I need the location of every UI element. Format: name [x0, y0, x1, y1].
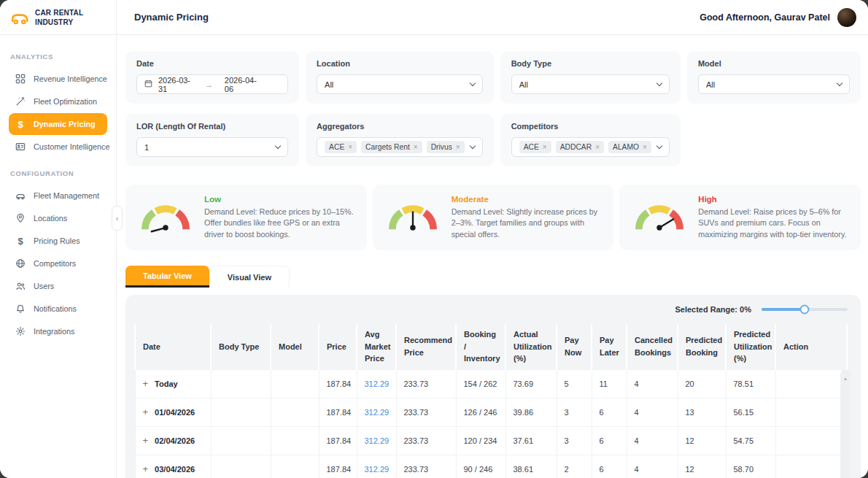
filter-label: Model — [698, 59, 850, 68]
chevron-down-icon — [275, 143, 281, 149]
column-header-pay_later: Pay Later — [592, 324, 627, 369]
sidebar-item-integrations[interactable]: Integrations — [9, 320, 107, 342]
scroll-up-icon[interactable]: ▲ — [843, 376, 848, 381]
filter-aggregators: Aggregators ACE× Cargets Rent× Drivus× — [306, 114, 494, 166]
range-slider[interactable] — [762, 308, 848, 311]
aggregators-multiselect[interactable]: ACE× Cargets Rent× Drivus× — [317, 137, 483, 157]
table-row: +02/04/2026187.84312.29233.73120 / 23437… — [135, 426, 847, 455]
cell-model — [271, 398, 319, 426]
chip-competitor[interactable]: ACE× — [519, 141, 551, 153]
cell-action — [775, 398, 847, 426]
cell-action — [775, 455, 847, 478]
lor-select[interactable]: 1 — [136, 137, 288, 157]
filter-label: Location — [317, 59, 483, 68]
cell-predicted_booking: 12 — [678, 426, 726, 455]
cell-booking_inventory: 120 / 234 — [456, 426, 505, 455]
sidebar-item-notifications[interactable]: Notifications — [9, 298, 107, 320]
location-select[interactable]: All — [317, 74, 483, 94]
chevron-down-icon — [469, 80, 475, 86]
cell-body_type — [211, 426, 271, 455]
cell-predicted_utilization: 78.51 — [726, 369, 775, 398]
row-date-label: 01/04/2026 — [155, 408, 195, 417]
filter-body-type: Body Type All — [500, 51, 681, 104]
filters: Date 2026-03-31 → 2026-04-06 Location Al… — [125, 51, 861, 166]
body-type-select[interactable]: All — [511, 74, 670, 94]
cell-predicted_booking: 13 — [678, 398, 726, 426]
cell-actual_utilization: 39.86 — [505, 398, 557, 426]
chip-aggregator[interactable]: ACE× — [325, 141, 357, 153]
demand-level-title: Moderate — [452, 195, 601, 204]
chip-competitor[interactable]: ALAMO× — [608, 141, 651, 153]
expand-row-button[interactable]: + — [143, 378, 149, 389]
sidebar-item-revenue-intelligence[interactable]: Revenue Intelligence — [9, 68, 107, 90]
sidebar-item-fleet-optimization[interactable]: Fleet Optimization — [9, 90, 107, 112]
sidebar-item-customer-intelligence[interactable]: Customer Intelligence — [9, 136, 107, 158]
table-scrollbar[interactable]: ▲ — [840, 369, 850, 478]
filter-date: Date 2026-03-31 → 2026-04-06 — [125, 51, 299, 104]
gear-icon — [15, 325, 26, 337]
car-icon — [15, 190, 26, 201]
cell-avg_market_price[interactable]: 312.29 — [357, 455, 396, 478]
cell-price: 187.84 — [319, 426, 357, 455]
remove-chip-icon[interactable]: × — [643, 143, 647, 151]
sidebar-collapse-button[interactable]: ‹ — [112, 206, 123, 231]
cell-avg_market_price[interactable]: 312.29 — [357, 426, 396, 455]
pricing-table-panel: Selected Range: 0% DateBody TypeModelPri… — [125, 295, 861, 478]
sidebar-item-competitors[interactable]: Competitors — [9, 253, 107, 274]
sidebar-item-pricing-rules[interactable]: $ Pricing Rules — [9, 230, 107, 252]
tab-visual-view[interactable]: Visual View — [209, 266, 290, 288]
range-slider-handle[interactable] — [800, 305, 810, 315]
column-header-cancelled_bookings: Cancelled Bookings — [627, 324, 678, 369]
range-slider-fill — [762, 308, 805, 311]
remove-chip-icon[interactable]: × — [595, 143, 600, 151]
row-date-label: Today — [155, 379, 178, 388]
date-range-input[interactable]: 2026-03-31 → 2026-04-06 — [136, 74, 288, 94]
remove-chip-icon[interactable]: × — [414, 143, 418, 151]
expand-row-button[interactable]: + — [143, 463, 149, 474]
chevron-down-icon — [656, 80, 662, 86]
demand-card-moderate: Moderate Demand Level: Slightly increase… — [373, 185, 614, 250]
chevron-down-icon — [469, 143, 475, 149]
sidebar-item-dynamic-pricing[interactable]: $ Dynamic Pricing — [9, 113, 107, 135]
filter-label: Body Type — [511, 59, 670, 68]
wand-icon — [15, 96, 26, 107]
sidebar-item-label: Competitors — [34, 259, 76, 268]
dollar-icon: $ — [15, 235, 26, 247]
remove-chip-icon[interactable]: × — [348, 143, 352, 151]
map-pin-icon — [15, 212, 26, 224]
cell-date: +02/04/2026 — [135, 426, 211, 455]
cell-pay_later: 6 — [592, 455, 627, 478]
user-avatar[interactable] — [837, 8, 856, 27]
gauge-high-icon — [632, 199, 686, 236]
sidebar-item-users[interactable]: Users — [9, 275, 107, 297]
column-header-predicted_booking: Predicted Booking — [678, 324, 726, 369]
gauge-low-icon — [139, 199, 193, 236]
cell-pay_later: 11 — [592, 369, 627, 398]
expand-row-button[interactable]: + — [143, 435, 149, 446]
cell-cancelled_bookings: 4 — [627, 455, 678, 478]
chip-aggregator[interactable]: Cargets Rent× — [361, 141, 422, 153]
sidebar-item-locations[interactable]: Locations — [9, 207, 107, 229]
chip-competitor[interactable]: ADDCAR× — [556, 141, 604, 153]
bell-icon — [15, 303, 26, 315]
column-header-body_type: Body Type — [211, 324, 271, 369]
cell-pay_later: 6 — [592, 426, 627, 455]
id-card-icon — [15, 141, 26, 153]
users-icon — [15, 280, 26, 292]
demand-level-cards: Low Demand Level: Reduce prices by 10–15… — [125, 185, 861, 250]
remove-chip-icon[interactable]: × — [456, 143, 460, 151]
cell-date: +03/04/2026 — [135, 455, 211, 478]
cell-avg_market_price[interactable]: 312.29 — [357, 398, 396, 426]
chip-aggregator[interactable]: Drivus× — [427, 141, 465, 153]
dollar-icon: $ — [15, 118, 26, 130]
model-select[interactable]: All — [698, 74, 850, 94]
filter-label: Competitors — [511, 122, 670, 131]
remove-chip-icon[interactable]: × — [543, 143, 547, 151]
cell-avg_market_price[interactable]: 312.29 — [357, 369, 396, 398]
sidebar-item-label: Users — [34, 282, 54, 290]
expand-row-button[interactable]: + — [143, 406, 149, 417]
sidebar-item-fleet-management[interactable]: Fleet Management — [9, 185, 107, 207]
tab-tabular-view[interactable]: Tabular View — [125, 266, 209, 288]
top-bar: CAR RENTAL INDUSTRY Dynamic Pricing Good… — [0, 0, 868, 35]
competitors-multiselect[interactable]: ACE× ADDCAR× ALAMO× — [511, 137, 670, 157]
